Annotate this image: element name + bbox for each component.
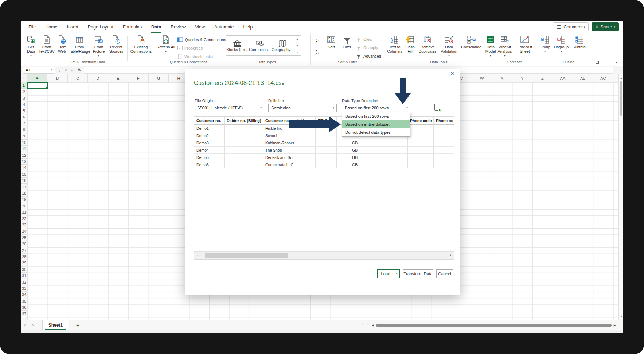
column-header-a[interactable]: A xyxy=(27,74,47,82)
row-header-9[interactable]: 9 xyxy=(21,133,27,139)
row-header-36[interactable]: 36 xyxy=(21,304,27,311)
row-header-24[interactable]: 24 xyxy=(21,228,27,234)
active-cell-a1[interactable] xyxy=(27,82,48,89)
row-header-17[interactable]: 17 xyxy=(21,184,27,190)
horizontal-scroll-thumb[interactable] xyxy=(376,324,612,327)
menu-item-view[interactable]: View xyxy=(190,21,210,33)
column-header-x[interactable]: X xyxy=(492,74,512,82)
existing-connections-button[interactable]: Existing Connections xyxy=(129,35,153,54)
row-header-14[interactable]: 14 xyxy=(21,165,27,171)
menu-item-help[interactable]: Help xyxy=(239,21,258,33)
column-header-aa[interactable]: AA xyxy=(553,74,573,82)
gallery-up-icon[interactable]: ▲ xyxy=(294,36,300,42)
dropdown-option-2[interactable]: Do not detect data types xyxy=(342,128,410,136)
row-header-8[interactable]: 8 xyxy=(21,127,27,133)
row-header-22[interactable]: 22 xyxy=(21,215,27,222)
scroll-right-icon[interactable]: ▶ xyxy=(614,324,616,327)
preview-scroll-thumb[interactable] xyxy=(205,253,288,258)
cancel-button[interactable]: Cancel xyxy=(436,269,453,278)
comments-button[interactable]: Comments xyxy=(553,22,589,31)
collapse-ribbon-icon[interactable]: ▾ xyxy=(616,61,617,64)
row-header-1[interactable]: 1 xyxy=(21,82,27,89)
preview-scroll-right-icon[interactable]: › xyxy=(450,253,451,257)
consolidate-button[interactable]: Consolidate xyxy=(460,35,483,50)
menu-item-formulas[interactable]: Formulas xyxy=(118,21,147,33)
queries-connections-button[interactable]: Queries & Connections xyxy=(177,37,226,42)
gallery-scroll[interactable]: ▲ ▼ ▽ xyxy=(294,36,300,55)
from-table-range-button[interactable]: From Table/Range xyxy=(69,35,90,54)
workbook-links-button[interactable]: Workbook Links xyxy=(177,54,213,59)
row-header-29[interactable]: 29 xyxy=(21,260,27,266)
scroll-up-icon[interactable]: ▲ xyxy=(619,75,623,80)
column-header-ab[interactable]: AB xyxy=(573,74,593,82)
from-picture-button[interactable]: From Picture▾ xyxy=(90,35,108,58)
text-to-columns-button[interactable]: Text to Columns xyxy=(386,35,403,54)
menu-item-insert[interactable]: Insert xyxy=(62,21,83,33)
data-validation-button[interactable]: Data Validation▾ xyxy=(438,35,460,58)
column-header-w[interactable]: W xyxy=(472,74,492,82)
cancel-entry-icon[interactable]: × xyxy=(65,67,67,73)
from-web-button[interactable]: From Web xyxy=(55,35,69,54)
column-header-b[interactable]: B xyxy=(47,74,67,82)
row-header-11[interactable]: 11 xyxy=(21,146,27,152)
tab-sheet1[interactable]: Sheet1 xyxy=(42,320,69,330)
row-header-31[interactable]: 31 xyxy=(21,273,27,279)
column-header-e[interactable]: E xyxy=(108,74,128,82)
row-header-16[interactable]: 16 xyxy=(21,178,27,184)
row-header-13[interactable]: 13 xyxy=(21,159,27,165)
row-header-5[interactable]: 5 xyxy=(21,108,27,114)
row-header-33[interactable]: 33 xyxy=(21,285,27,292)
get-data-button[interactable]: Get Data▾ xyxy=(24,35,38,58)
row-header-7[interactable]: 7 xyxy=(21,120,27,127)
splitter-handle[interactable]: ⋮⋮ xyxy=(361,323,368,327)
gallery-expand-icon[interactable]: ▽ xyxy=(294,49,300,55)
confirm-entry-icon[interactable]: ✓ xyxy=(71,67,74,73)
row-header-34[interactable]: 34 xyxy=(21,292,27,298)
prev-sheet-icon[interactable]: ‹ xyxy=(21,322,29,328)
remove-duplicates-button[interactable]: Remove Duplicates xyxy=(417,35,438,54)
column-header-ac[interactable]: AC xyxy=(593,74,613,82)
row-header-4[interactable]: 4 xyxy=(21,101,27,108)
row-header-37[interactable]: 37 xyxy=(21,311,27,317)
row-header-27[interactable]: 27 xyxy=(21,247,27,253)
geography-data-type[interactable]: Geography... xyxy=(271,36,294,55)
horizontal-scrollbar[interactable]: ◀ ▶ xyxy=(372,322,616,328)
vertical-scrollbar[interactable]: ▲ ▼ xyxy=(618,74,623,320)
refresh-preview-icon[interactable]: ↻ xyxy=(434,104,440,111)
scroll-left-icon[interactable]: ◀ xyxy=(372,324,374,327)
close-icon[interactable]: × xyxy=(450,70,454,77)
file-origin-select[interactable]: 65001: Unicode (UTF-8)▾ xyxy=(195,104,264,112)
reapply-filter-button[interactable]: Reapply xyxy=(356,46,378,50)
menu-item-automate[interactable]: Automate xyxy=(210,21,239,33)
row-header-32[interactable]: 32 xyxy=(21,279,27,285)
what-if-analysis-button[interactable]: ? What-If Analysis▾ xyxy=(495,35,515,58)
column-header-f[interactable]: F xyxy=(128,74,148,82)
row-header-23[interactable]: 23 xyxy=(21,222,27,228)
subtotal-button[interactable]: Subtotal xyxy=(570,35,589,50)
preview-scrollbar[interactable]: ‹ › xyxy=(194,251,454,259)
name-box[interactable]: A1 ▾ xyxy=(23,67,55,74)
row-header-19[interactable]: 19 xyxy=(21,197,27,203)
next-sheet-icon[interactable]: › xyxy=(29,322,37,328)
data-type-detection-select[interactable]: Based on first 200 rows▾ xyxy=(342,104,410,112)
insert-function-icon[interactable]: fx xyxy=(78,67,81,73)
currencies-data-type[interactable]: Currencies... xyxy=(249,36,271,55)
sort-descending-button[interactable]: ZA↓ xyxy=(313,48,322,57)
menu-item-home[interactable]: Home xyxy=(40,21,62,33)
more-options-icon[interactable]: ⋮ xyxy=(58,68,62,72)
row-header-12[interactable]: 12 xyxy=(21,152,27,158)
row-header-15[interactable]: 15 xyxy=(21,171,27,178)
delimiter-select[interactable]: Semicolon▾ xyxy=(268,104,337,112)
row-header-26[interactable]: 26 xyxy=(21,241,27,247)
transform-data-button[interactable]: Transform Data xyxy=(403,269,433,278)
scroll-down-icon[interactable]: ▼ xyxy=(619,314,623,319)
recent-sources-button[interactable]: Recent Sources xyxy=(108,35,125,54)
sort-button[interactable]: ZAAZ Sort xyxy=(324,35,339,50)
column-header-d[interactable]: D xyxy=(88,74,108,82)
menu-item-review[interactable]: Review xyxy=(166,21,190,33)
filter-button[interactable]: Filter xyxy=(340,35,354,50)
row-header-20[interactable]: 20 xyxy=(21,203,27,209)
column-header-y[interactable]: Y xyxy=(512,74,532,82)
gallery-down-icon[interactable]: ▼ xyxy=(294,42,300,49)
row-header-30[interactable]: 30 xyxy=(21,267,27,273)
